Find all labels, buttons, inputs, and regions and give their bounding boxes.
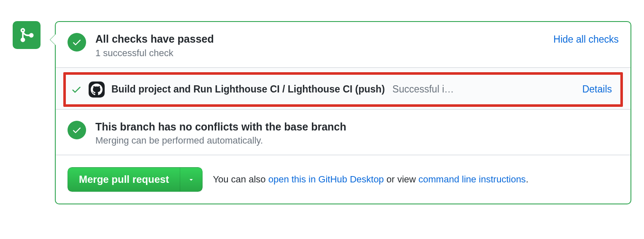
checks-success-badge — [68, 33, 86, 52]
conflicts-subtitle: Merging can be performed automatically. — [95, 135, 619, 146]
checks-summary-body: All checks have passed 1 successful chec… — [95, 32, 545, 59]
merge-options-dropdown[interactable] — [180, 167, 203, 192]
merge-button-group: Merge pull request — [68, 167, 203, 192]
triangle-down-icon — [188, 176, 195, 183]
check-text: Build project and Run Lighthouse CI / Li… — [111, 84, 563, 95]
github-actions-avatar — [89, 81, 105, 98]
check-row: Build project and Run Lighthouse CI / Li… — [63, 72, 623, 107]
conflicts-success-badge — [68, 121, 86, 139]
merge-help-prefix: You can also — [213, 174, 268, 185]
merge-help-text: You can also open this in GitHub Desktop… — [213, 174, 528, 185]
checks-summary-section: All checks have passed 1 successful chec… — [56, 22, 630, 67]
checks-title: All checks have passed — [95, 32, 545, 46]
timeline-merge-badge — [13, 21, 41, 49]
check-icon — [72, 125, 82, 135]
toggle-checks-link[interactable]: Hide all checks — [553, 34, 619, 45]
command-line-instructions-link[interactable]: command line instructions — [419, 174, 526, 185]
merge-help-suffix: . — [526, 174, 528, 185]
check-name: Build project and Run Lighthouse CI / Li… — [111, 84, 385, 95]
github-mark-icon — [91, 84, 103, 95]
conflicts-body: This branch has no conflicts with the ba… — [95, 120, 619, 147]
check-details-link[interactable]: Details — [582, 84, 612, 95]
merge-help-middle: or view — [384, 174, 419, 185]
merge-panel: All checks have passed 1 successful chec… — [55, 21, 631, 204]
merge-pull-request-button[interactable]: Merge pull request — [68, 167, 180, 192]
checks-subtitle: 1 successful check — [95, 48, 545, 59]
check-icon — [72, 37, 82, 47]
checks-list: Build project and Run Lighthouse CI / Li… — [56, 67, 630, 110]
panel-caret — [50, 34, 56, 45]
merge-status-container: All checks have passed 1 successful chec… — [13, 21, 631, 204]
merge-footer: Merge pull request You can also open thi… — [56, 155, 630, 204]
conflicts-section: This branch has no conflicts with the ba… — [56, 110, 630, 155]
check-success-icon — [71, 84, 82, 95]
conflicts-title: This branch has no conflicts with the ba… — [95, 120, 619, 134]
check-status-text: Successful i… — [392, 84, 454, 95]
open-github-desktop-link[interactable]: open this in GitHub Desktop — [268, 174, 384, 185]
git-merge-icon — [19, 27, 35, 43]
